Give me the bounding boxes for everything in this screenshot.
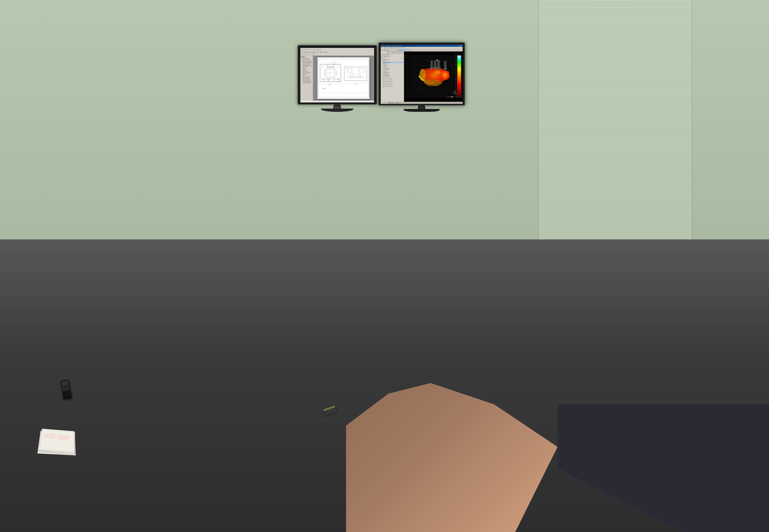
workspace-scene: 32 44 01 001-TR.PDF - 1:144537 : 1 A1 - … [0,0,769,532]
tree-process-curves[interactable]: ▶ Process Curves [381,59,403,60]
tree-pouring[interactable]: ▼ Pouring [381,60,403,62]
menu-window[interactable]: Window [320,51,324,53]
phone-btn-9[interactable] [67,389,70,390]
layer-wymiar[interactable]: Wymiar (N0) [302,73,312,75]
temp-scale-title: Temperature [457,54,461,55]
layer-symbol[interactable]: Symbol (N0) [302,66,312,68]
phone-btn-5[interactable] [65,387,67,389]
layer-widocene[interactable]: ▼ Widocene (N0) [301,58,312,59]
checkbox-liquidfirst[interactable] [383,84,384,85]
layer-fabriczna[interactable]: Fabriczna rys. [302,71,312,72]
layer-baza[interactable]: Baza [302,75,312,76]
menu-window[interactable]: Window [399,47,402,48]
window-blinds [538,0,692,239]
toolbar-btn-open[interactable] [301,54,303,55]
layer-tytul[interactable]: Tytul (N0) [302,69,312,71]
tree-velocity[interactable]: ▶ Velocity [382,63,403,65]
layer-tolerancja[interactable]: Tolerancja ksztaltow l [302,81,312,82]
menu-result[interactable]: Result [390,47,392,48]
temperature-scale: Temperature [457,54,461,97]
layer-linia-prz-detail[interactable]: Linia przekladnia detal [302,65,312,66]
magma-result-tree: Pouring/Temperature ▶ Feeding Charact ▶ [381,54,404,102]
checkbox-nyemia[interactable] [383,79,384,81]
tab-result-bottom[interactable]: Result [395,102,400,104]
tab-result[interactable]: Result [407,49,412,51]
tab-results[interactable]: Results [381,51,386,53]
tree-curves[interactable]: ▶ Curves [381,57,403,59]
toolbar-btn-save[interactable] [303,54,304,55]
toolbar-btn-pan[interactable]: ✋ [394,49,396,51]
layer-widocne-wyrob[interactable]: Widocne wyrob (N0) [302,59,312,60]
tab-general-tools[interactable]: General Tools [387,102,395,104]
toolbar-btn-rotate[interactable]: ↺ [389,49,391,51]
temp-1452: 1452 [451,94,457,95]
menu-edit[interactable]: Edit [304,51,306,53]
tab-simulation-control[interactable]: Simulation Control [398,49,407,51]
layer-linia-kreski[interactable]: Linia kreski (N0) [302,78,312,79]
checkbox-enabling[interactable] [383,78,384,79]
pdf-drawing-view[interactable]: E-E [313,56,374,101]
tree-fraction-solid[interactable]: ▶ Fraction Solid [382,76,403,78]
phone-btn-6[interactable] [67,387,69,389]
phone-btn-2[interactable] [64,386,67,387]
menu-defect[interactable]: Defect [384,47,386,48]
tree-temperature[interactable]: ▶ Temperature [382,73,403,75]
monitor-left: 32 44 01 001-TR.PDF - 1:144537 : 1 A1 - … [298,45,377,112]
menu-view[interactable]: View [387,47,389,48]
svg-point-15 [338,66,339,68]
layer-geometria[interactable]: Geometria szkic (N0 [302,72,312,73]
tree-enabling[interactable]: Enabling: 5h 52min 54s [382,78,403,79]
tree-fraction-liquid[interactable]: ▶ Fraction Liquid [382,75,403,76]
menu-view[interactable]: View [307,51,309,53]
menu-tools[interactable]: Tools [316,51,319,53]
tree-solidfirst[interactable]: SolidFirst 5h 52min 54s [382,82,403,84]
toolbar-btn-1[interactable]: ▶ [381,49,383,51]
layer-linia-przekr[interactable]: Linia przekrowania (N0) [302,62,312,63]
menu-help[interactable]: Help [403,47,405,48]
phone-btn-7[interactable] [63,389,65,391]
layer-znaczkin[interactable]: Znaczkin kztaltow-k-k [302,79,312,81]
phone-btn-8[interactable] [65,389,67,391]
layer-przekrojenie[interactable]: Przekrojenie (N0) [302,63,312,65]
tree-liquidfirst[interactable]: LiquidFirst 5h 52min 54s [382,84,403,86]
zoom-out-btn[interactable] [312,54,313,55]
zoom-input[interactable]: 66.7% [308,54,311,55]
svg-rect-58 [430,61,433,68]
phone-btn-4[interactable] [62,388,64,389]
tree-pressure[interactable]: ▶ Pressure [382,65,403,66]
toolbar-btn-3[interactable]: 📷 [386,49,388,51]
phone-btn-1[interactable] [62,386,64,388]
tab-animation[interactable]: Animation [381,102,387,104]
toolbar-btn-2[interactable]: ⏹ [384,49,386,51]
menu-study[interactable]: Study [393,47,396,48]
zoom-in-btn[interactable] [314,54,315,55]
tree-feeding-charact[interactable]: ▶ Feeding Charact [381,55,403,57]
checkbox-solidfirst[interactable] [383,83,384,84]
menu-document[interactable]: Document [310,51,315,53]
toolbar-btn-zoom[interactable]: 🔍 [392,49,394,51]
checkbox-hotspot[interactable] [383,86,384,87]
tree-hotspot[interactable]: Hot Spot 5h 52min 54s [382,86,403,87]
tree-resultrind[interactable]: Resultrind 5h 52min 54s [382,81,403,82]
menu-info[interactable]: Info [397,47,398,48]
phone-btn-3[interactable] [67,385,69,387]
toolbar-btn-print[interactable] [305,54,306,55]
tree-cast-length[interactable]: ▶ Cast Length [382,69,403,70]
svg-text:1627: 1627 [330,83,331,84]
layer-kratka[interactable]: Kratka [302,68,312,69]
tree-temp-conc[interactable]: Temperature/Conc [382,62,403,63]
magma-3d-viewport[interactable]: X Y Z MA GMA [404,51,462,102]
menu-file[interactable]: File [301,51,303,53]
menu-edit[interactable]: Edit [381,47,383,48]
tab-materials[interactable]: Materials [386,51,392,53]
layer-tablid[interactable]: Tablid napisu skat i prs [302,60,312,62]
tree-general-grids[interactable]: ▶ General Grids [382,67,403,69]
layer-linia-pak[interactable]: Linia przekrowania pak [302,82,312,83]
tree-tracer[interactable]: ▶ Tracer [382,66,403,67]
tree-nyemia[interactable]: Nyemia C: 5h 52min 54s [382,79,403,81]
tree-curves2[interactable]: ▶ Curves [382,70,403,72]
checkbox-resultrind[interactable] [383,81,384,82]
menu-help[interactable]: Help [325,51,327,53]
tree-solidification[interactable]: ▼ Solidification & S [381,72,403,73]
layer-symbol-chrop[interactable]: Symbol chropowatos [302,76,312,78]
